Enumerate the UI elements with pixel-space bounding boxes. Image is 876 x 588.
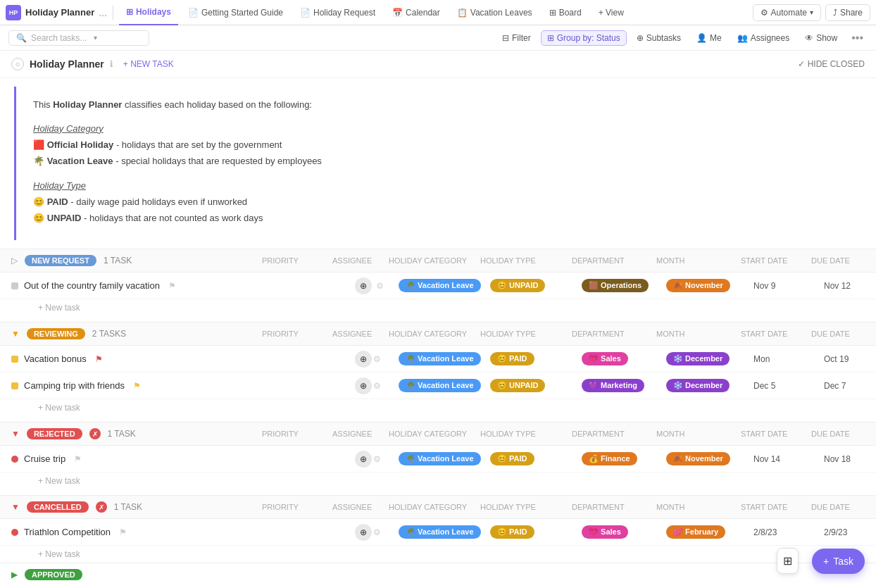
desc-item-unpaid: 😊 UNPAID - holidays that are not counted… (33, 210, 845, 226)
tab-getting-started[interactable]: 📄 Getting Started Guide (181, 0, 290, 25)
badge-reviewing: REVIEWING (27, 328, 85, 339)
gear-icon: ⚙ (373, 454, 386, 464)
collapse-icon-cancelled[interactable]: ▼ (11, 502, 20, 512)
task-dot (11, 356, 18, 363)
assignee-avatar: ⊕ (355, 377, 372, 394)
subtasks-icon: ⊕ (637, 33, 644, 43)
tab-vacation-leaves[interactable]: 📋 Vacation Leaves (450, 0, 539, 25)
add-task-row[interactable]: + New task (0, 399, 876, 416)
gear-icon: ⚙ (373, 280, 386, 292)
task-name[interactable]: Triathlon Competition (24, 527, 111, 537)
task-name[interactable]: Camping trip with friends (24, 380, 125, 391)
add-task-row[interactable]: + New task (0, 473, 876, 489)
group-by-button[interactable]: ⊞ Group by: Status (541, 30, 627, 46)
count-rejected: 1 TASK (108, 429, 136, 439)
collapse-icon-stub[interactable]: ▶ (11, 570, 18, 580)
badge-new-request: NEW REQUEST (25, 255, 96, 266)
hide-closed-button[interactable]: ✓ HIDE CLOSED (798, 59, 865, 69)
holiday-type-pill: 😊 UNPAID (490, 279, 545, 292)
collapse-icon-reviewing[interactable]: ▼ (11, 329, 20, 339)
assignees-button[interactable]: 👥 Assignees (732, 31, 795, 45)
gear-icon: ⚙ (373, 381, 386, 391)
add-task-row[interactable]: + New task (0, 299, 876, 316)
toolbar: 🔍 Search tasks... ▾ ⊟ Filter ⊞ Group by:… (0, 25, 876, 51)
more-options-button[interactable]: ••• (847, 30, 868, 46)
nav-dots[interactable]: ... (99, 7, 107, 18)
holiday-cat-pill: 🌴 Vacation Leave (399, 525, 481, 539)
col-month: MONTH (653, 256, 738, 265)
col-holiday-type: HOLIDAY TYPE (477, 256, 569, 265)
task-name[interactable]: Cruise trip (24, 453, 65, 464)
info-icon[interactable]: ℹ (110, 59, 113, 69)
task-dot-red (11, 456, 18, 463)
table-row: Camping trip with friends ⚑ ⊕ ⚙ 🌴 Vacati… (0, 373, 876, 399)
me-button[interactable]: 👤 Me (691, 31, 727, 45)
dept-pill: 💗 Sales (582, 525, 628, 539)
grid-view-button[interactable]: ⊞ (777, 548, 799, 574)
calendar-icon: 📅 (392, 8, 403, 18)
holiday-cat-pill: 🌴 Vacation Leave (399, 279, 481, 292)
tab-board[interactable]: ⊞ Board (542, 0, 589, 25)
new-task-button[interactable]: + NEW TASK (119, 58, 178, 70)
board-icon: ⊞ (549, 8, 556, 18)
show-button[interactable]: 👁 Show (799, 31, 843, 45)
app-icon: HP (6, 5, 21, 20)
group-cancelled: ▼ CANCELLED ✗ 1 TASK PRIORITY ASSIGNEE H… (0, 495, 876, 563)
col-assignee: ASSIGNEE (330, 256, 386, 265)
new-task-fab[interactable]: + Task (812, 549, 865, 574)
group-header-cancelled: ▼ CANCELLED ✗ 1 TASK PRIORITY ASSIGNEE H… (0, 495, 876, 519)
automate-button[interactable]: ⚙ Automate ▾ (753, 4, 821, 21)
flag-icon: ⚑ (74, 454, 82, 464)
page-title: Holiday Planner (30, 58, 104, 70)
task-dot (11, 382, 18, 389)
start-date: Nov 9 (751, 281, 821, 291)
search-input[interactable]: Search tasks... (31, 33, 87, 43)
automate-icon: ⚙ (761, 8, 768, 18)
assignee-avatar: ⊕ (355, 351, 372, 368)
subtasks-button[interactable]: ⊕ Subtasks (631, 31, 687, 45)
eye-icon: 👁 (805, 33, 813, 43)
flag-icon: ⚑ (168, 281, 176, 291)
task-name-cell: Camping trip with friends ⚑ (11, 380, 272, 391)
holiday-type-pill: 😊 UNPAID (490, 379, 545, 392)
collapse-button[interactable]: ○ (11, 58, 24, 70)
doc-icon-2: 📄 (300, 8, 311, 18)
share-button[interactable]: ⤴ Share (825, 4, 870, 21)
task-name[interactable]: Out of the country family vacation (24, 280, 160, 291)
assignee-avatar: ⊕ (355, 524, 372, 541)
flag-icon: ⚑ (119, 527, 127, 537)
badge-cancelled: CANCELLED (27, 501, 89, 513)
chevron-down-icon: ▾ (810, 8, 813, 16)
share-icon: ⤴ (833, 8, 837, 18)
group-header-rejected: ▼ REJECTED ✗ 1 TASK PRIORITY ASSIGNEE HO… (0, 422, 876, 446)
table-row: Out of the country family vacation ⚑ ⊕ ⚙… (0, 273, 876, 299)
desc-item-vacation: 🌴 Vacation Leave - special holidays that… (33, 153, 845, 169)
search-box[interactable]: 🔍 Search tasks... ▾ (8, 30, 149, 46)
count-new-request: 1 TASK (104, 256, 132, 265)
group-header-reviewing: ▼ REVIEWING 2 TASKS PRIORITY ASSIGNEE HO… (0, 322, 876, 346)
badge-rejected: REJECTED (27, 428, 82, 439)
col-start: START DATE (738, 256, 808, 265)
add-task-row[interactable]: + New task (0, 546, 876, 563)
dept-pill: 💗 Sales (582, 352, 628, 365)
holiday-category-title: Holiday Category (33, 123, 845, 134)
month-pill: 🍂 November (666, 452, 730, 465)
table-row: Vacation bonus ⚑ ⊕ ⚙ 🌴 Vacation Leave 😊 … (0, 346, 876, 373)
filter-button[interactable]: ⊟ Filter (496, 31, 537, 45)
tab-holiday-request[interactable]: 📄 Holiday Request (293, 0, 382, 25)
tab-holidays[interactable]: ⊞ Holidays (119, 0, 178, 25)
task-name[interactable]: Vacation bonus (24, 354, 87, 364)
holiday-type-pill: 😊 PAID (490, 525, 534, 539)
tab-view[interactable]: + View (592, 0, 631, 25)
group-header-new-request: ▷ NEW REQUEST 1 TASK PRIORITY ASSIGNEE H… (0, 249, 876, 273)
collapse-icon-rejected[interactable]: ▼ (11, 429, 20, 439)
task-name-cell: Triathlon Competition ⚑ (11, 527, 272, 537)
month-pill: ❄️ December (666, 352, 730, 365)
chevron-down-icon-search: ▾ (94, 34, 97, 42)
app-title: Holiday Planner (25, 7, 94, 18)
collapse-icon-new-request[interactable]: ▷ (11, 256, 18, 265)
plus-icon: + (823, 556, 829, 567)
tab-calendar[interactable]: 📅 Calendar (385, 0, 447, 25)
holiday-cat-pill: 🌴 Vacation Leave (399, 352, 481, 365)
flag-icon-yellow: ⚑ (133, 381, 141, 391)
